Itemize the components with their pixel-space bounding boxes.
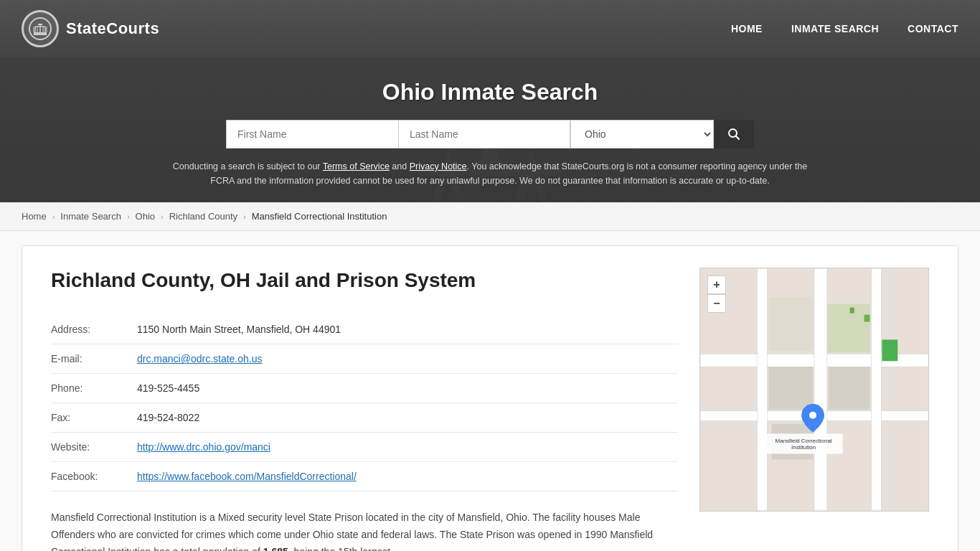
breadcrumb: Home › Inmate Search › Ohio › Richland C…	[0, 202, 980, 231]
facebook-value: https://www.facebook.com/MansfieldCorrec…	[137, 462, 678, 491]
building-icon	[28, 17, 52, 41]
facebook-label: Facebook:	[51, 462, 137, 491]
svg-rect-16	[758, 268, 768, 511]
facility-card: Richland County, OH Jail and Prison Syst…	[22, 245, 958, 551]
svg-rect-21	[829, 367, 870, 410]
logo-area: StateCourts	[22, 10, 159, 47]
map-zoom-out[interactable]: −	[707, 294, 726, 313]
phone-row: Phone: 419-525-4455	[51, 374, 678, 403]
svg-rect-2	[38, 24, 42, 25]
main-nav: HOME INMATE SEARCH CONTACT	[731, 23, 958, 34]
breadcrumb-inmate-search[interactable]: Inmate Search	[60, 211, 121, 222]
nav-contact[interactable]: CONTACT	[908, 23, 958, 34]
state-select[interactable]: Select State AlabamaAlaskaArizona Arkans…	[570, 120, 714, 149]
email-row: E-mail: drc.manci@odrc.state.oh.us	[51, 344, 678, 374]
svg-rect-1	[34, 32, 47, 35]
site-header: StateCourts HOME INMATE SEARCH CONTACT	[0, 0, 980, 57]
fax-label: Fax:	[51, 403, 137, 433]
map-zoom-in[interactable]: +	[707, 276, 726, 294]
svg-rect-23	[864, 315, 870, 322]
terms-link[interactable]: Terms of Service	[323, 161, 390, 171]
last-name-input[interactable]	[398, 120, 570, 149]
logo-text: StateCourts	[66, 19, 159, 38]
facility-info: Richland County, OH Jail and Prison Syst…	[51, 268, 678, 551]
breadcrumb-ohio[interactable]: Ohio	[136, 211, 155, 222]
hero-title: Ohio Inmate Search	[14, 79, 966, 105]
breadcrumb-sep-4: ›	[243, 212, 246, 221]
email-value: drc.manci@odrc.state.oh.us	[137, 344, 678, 374]
search-button[interactable]	[714, 120, 754, 149]
website-link[interactable]: http://www.drc.ohio.gov/manci	[137, 441, 270, 453]
svg-line-12	[736, 136, 740, 140]
svg-rect-25	[882, 339, 897, 361]
address-value: 1150 North Main Street, Mansfield, OH 44…	[137, 315, 678, 344]
svg-point-28	[809, 412, 816, 419]
breadcrumb-current: Mansfield Correctional Institution	[252, 211, 387, 222]
map-area: + −	[699, 268, 929, 551]
privacy-link[interactable]: Privacy Notice	[410, 161, 467, 171]
svg-rect-19	[768, 367, 813, 410]
breadcrumb-sep-2: ›	[127, 212, 130, 221]
nav-home[interactable]: HOME	[731, 23, 763, 34]
svg-rect-18	[872, 268, 882, 511]
fax-row: Fax: 419-524-8022	[51, 403, 678, 433]
fax-value: 419-524-8022	[137, 403, 678, 433]
address-row: Address: 1150 North Main Street, Mansfie…	[51, 315, 678, 344]
nav-inmate-search[interactable]: INMATE SEARCH	[791, 23, 879, 34]
search-bar: Select State AlabamaAlaskaArizona Arkans…	[14, 120, 966, 149]
email-label: E-mail:	[51, 344, 137, 374]
breadcrumb-sep-3: ›	[161, 212, 164, 221]
population-value: 1,685	[263, 546, 288, 551]
facility-title: Richland County, OH Jail and Prison Syst…	[51, 268, 678, 293]
first-name-input[interactable]	[226, 120, 398, 149]
logo-icon	[22, 10, 59, 47]
svg-rect-26	[768, 297, 813, 352]
svg-rect-17	[814, 268, 827, 511]
facility-description: Mansfield Correctional Institution is a …	[51, 509, 678, 551]
description-text: Mansfield Correctional Institution is a …	[51, 512, 653, 551]
website-label: Website:	[51, 433, 137, 462]
breadcrumb-richland[interactable]: Richland County	[169, 211, 237, 222]
map-svg: Mansfield Correctional Institution	[700, 268, 928, 511]
phone-value: 419-525-4455	[137, 374, 678, 403]
breadcrumb-home[interactable]: Home	[22, 211, 47, 222]
svg-text:Institution: Institution	[791, 444, 816, 451]
website-value: http://www.drc.ohio.gov/manci	[137, 433, 678, 462]
search-icon	[727, 128, 740, 141]
phone-label: Phone:	[51, 374, 137, 403]
website-row: Website: http://www.drc.ohio.gov/manci	[51, 433, 678, 462]
svg-rect-24	[850, 308, 854, 314]
map-controls: + −	[707, 276, 726, 313]
svg-rect-22	[827, 304, 870, 353]
facebook-link[interactable]: https://www.facebook.com/MansfieldCorrec…	[137, 471, 357, 482]
disclaimer-text: Conducting a search is subject to our Te…	[167, 159, 813, 188]
svg-text:Mansfield Correctional: Mansfield Correctional	[776, 438, 832, 444]
address-label: Address:	[51, 315, 137, 344]
email-link[interactable]: drc.manci@odrc.state.oh.us	[137, 353, 263, 364]
facility-details-table: Address: 1150 North Main Street, Mansfie…	[51, 315, 678, 491]
description-end: , being the 15th largest	[288, 546, 390, 551]
hero-section: Ohio Inmate Search Select State AlabamaA…	[0, 57, 980, 202]
facebook-row: Facebook: https://www.facebook.com/Mansf…	[51, 462, 678, 491]
map-container: + −	[699, 268, 929, 512]
breadcrumb-sep-1: ›	[52, 212, 55, 221]
